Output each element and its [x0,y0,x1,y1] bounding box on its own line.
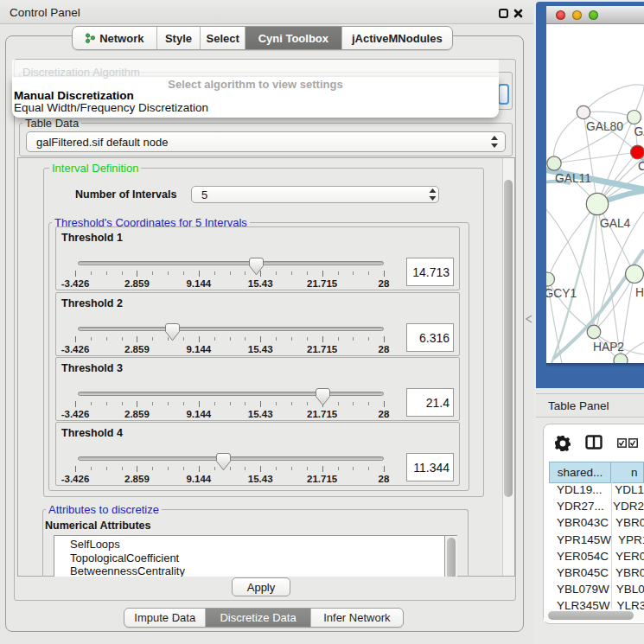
svg-text:GA: GA [634,125,644,138]
svg-text:GAL4: GAL4 [600,217,631,230]
svg-text:GAL80: GAL80 [586,120,623,133]
svg-text:H: H [635,286,644,299]
svg-text:HAP2: HAP2 [593,341,624,354]
svg-text:GAL11: GAL11 [555,172,591,185]
svg-text:C: C [638,160,644,173]
svg-text:GCY1: GCY1 [546,287,577,300]
